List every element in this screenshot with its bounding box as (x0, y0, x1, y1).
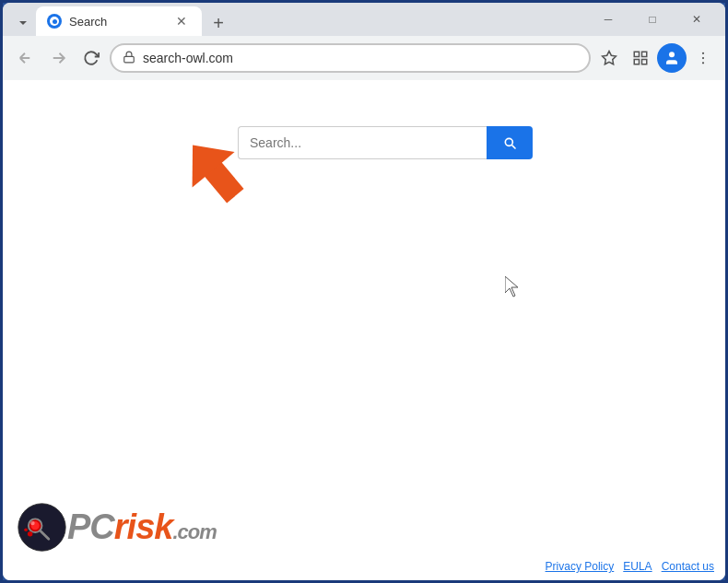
svg-rect-4 (642, 60, 647, 64)
svg-rect-2 (634, 52, 639, 56)
svg-point-15 (30, 521, 35, 526)
new-tab-button[interactable]: + (205, 10, 231, 36)
svg-rect-5 (634, 60, 639, 64)
svg-point-7 (702, 52, 704, 54)
svg-point-6 (669, 52, 675, 57)
svg-point-18 (28, 531, 32, 537)
maximize-button[interactable]: □ (631, 5, 674, 34)
reload-button[interactable] (76, 43, 106, 73)
address-bar[interactable] (110, 43, 591, 73)
svg-point-19 (24, 528, 28, 531)
active-tab[interactable]: Search ✕ (36, 6, 202, 36)
profile-button[interactable] (657, 43, 687, 73)
tab-title: Search (69, 15, 165, 29)
search-button[interactable] (487, 126, 533, 159)
tab-favicon (47, 14, 62, 29)
nav-actions (594, 43, 718, 73)
pcrisk-com-text: .com (172, 520, 216, 543)
search-area (238, 126, 533, 159)
back-button[interactable] (10, 43, 40, 73)
navigation-bar (3, 36, 725, 80)
svg-point-9 (702, 62, 704, 64)
minimize-button[interactable]: ─ (587, 5, 629, 34)
address-secure-icon (123, 51, 135, 66)
svg-rect-0 (124, 56, 135, 62)
page-content: PCrisk.com Privacy Policy EULA Contact u… (3, 80, 725, 580)
pcrisk-logo-text: PCrisk.com (67, 507, 217, 547)
forward-button[interactable] (43, 43, 73, 73)
browser-window: Search ✕ + ─ □ ✕ (3, 3, 725, 580)
svg-point-8 (702, 57, 704, 59)
search-input[interactable] (238, 126, 487, 159)
contact-us-link[interactable]: Contact us (662, 560, 714, 573)
pcrisk-risk-text: risk (114, 507, 173, 546)
menu-button[interactable] (688, 43, 718, 73)
tab-favicon-dot (53, 19, 57, 24)
eula-link[interactable]: EULA (623, 560, 652, 573)
pcrisk-pc-text: PC (67, 507, 114, 546)
title-bar: Search ✕ + ─ □ ✕ (3, 3, 725, 36)
bookmark-button[interactable] (594, 43, 624, 73)
window-controls: ─ □ ✕ (587, 5, 718, 34)
page-footer: Privacy Policy EULA Contact us (546, 560, 714, 573)
extensions-button[interactable] (626, 43, 655, 73)
tab-close-button[interactable]: ✕ (172, 12, 191, 30)
address-input[interactable] (143, 51, 578, 65)
tab-dropdown-button[interactable] (10, 10, 36, 36)
svg-rect-3 (642, 52, 647, 56)
tab-list: Search ✕ + (10, 3, 576, 36)
tab-favicon-inner (50, 17, 59, 26)
close-button[interactable]: ✕ (675, 5, 718, 34)
privacy-policy-link[interactable]: Privacy Policy (546, 560, 615, 573)
mouse-cursor (505, 276, 523, 302)
pcrisk-logo-icon (17, 502, 67, 553)
svg-marker-1 (603, 52, 616, 64)
pcrisk-logo: PCrisk.com (17, 502, 217, 553)
